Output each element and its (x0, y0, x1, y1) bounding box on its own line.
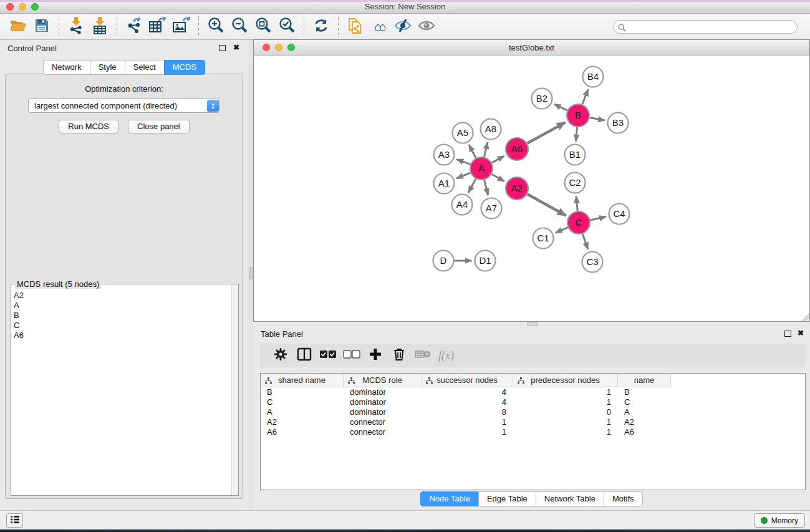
open-session-button[interactable] (6, 16, 30, 37)
tab-edge-table[interactable]: Edge Table (478, 491, 536, 506)
criterion-dropdown[interactable]: largest connected component (directed) ▲… (28, 99, 220, 113)
cell-shared-name[interactable]: B (261, 387, 344, 397)
task-history-button[interactable] (6, 513, 23, 528)
result-item[interactable]: A6 (14, 331, 24, 341)
tab-motifs[interactable]: Motifs (604, 491, 643, 506)
edge-C-C1[interactable] (556, 228, 568, 233)
cell-name[interactable]: A (618, 407, 671, 417)
result-item[interactable]: C (14, 321, 24, 331)
show-details-button[interactable] (415, 16, 438, 37)
tab-mcds[interactable]: MCDS (164, 60, 205, 75)
export-table-button[interactable] (146, 16, 170, 37)
delete-table-button[interactable] (411, 346, 435, 365)
cell-successor-nodes[interactable]: 4 (422, 397, 513, 407)
close-table-panel-icon[interactable]: ✖ (798, 329, 804, 337)
add-column-button[interactable] (364, 346, 387, 365)
result-item[interactable]: A (14, 301, 24, 311)
tab-select[interactable]: Select (125, 60, 165, 75)
column-view-button[interactable] (292, 346, 316, 365)
cell-predecessor-nodes[interactable]: 1 (513, 397, 618, 407)
edge-A-A6[interactable] (492, 156, 504, 163)
table-row[interactable]: A2connector11A2 (261, 417, 805, 427)
clone-network-button[interactable] (344, 16, 367, 37)
edge-A-A3[interactable] (456, 159, 470, 164)
table-row[interactable]: Cdominator41C (261, 397, 805, 407)
cell-predecessor-nodes[interactable]: 1 (513, 387, 618, 397)
result-scrollbar[interactable] (231, 284, 238, 495)
network-window-titlebar[interactable]: testGlobe.txt (254, 40, 809, 56)
cell-successor-nodes[interactable]: 4 (422, 387, 513, 397)
float-panel-icon[interactable] (219, 45, 226, 51)
horizontal-divider-grip[interactable] (527, 322, 538, 326)
cell-predecessor-nodes[interactable]: 1 (513, 417, 618, 427)
column-header-successor-nodes[interactable]: successor nodes (422, 374, 513, 387)
table-row[interactable]: Adominator80A (261, 407, 805, 417)
function-builder-button[interactable]: f(x) (438, 349, 454, 362)
save-session-button[interactable] (30, 16, 54, 37)
memory-button[interactable]: Memory (754, 513, 805, 528)
table-row[interactable]: A6connector11A6 (261, 427, 805, 437)
edge-A-A8[interactable] (484, 142, 488, 157)
table-row[interactable]: Bdominator41B (261, 387, 805, 397)
tab-network-table[interactable]: Network Table (536, 491, 604, 506)
edge-A-A1[interactable] (456, 173, 470, 178)
result-item[interactable]: B (14, 311, 24, 321)
cell-shared-name[interactable]: A (261, 407, 344, 417)
edge-A-A2[interactable] (492, 174, 504, 181)
hide-details-button[interactable] (391, 16, 415, 37)
column-header-shared-name[interactable]: shared name (261, 374, 344, 387)
cell-shared-name[interactable]: C (261, 397, 344, 407)
cell-name[interactable]: A2 (618, 417, 671, 427)
tab-style[interactable]: Style (90, 60, 125, 75)
cell-predecessor-nodes[interactable]: 0 (513, 407, 618, 417)
cell-successor-nodes[interactable]: 8 (422, 407, 513, 417)
edge-C-C2[interactable] (576, 196, 577, 211)
cell-MCDS-role[interactable]: dominator (344, 397, 422, 407)
zoom-fit-button[interactable] (251, 16, 275, 37)
table-settings-button[interactable] (269, 346, 292, 365)
tab-node-table[interactable]: Node Table (420, 491, 479, 506)
float-table-panel-icon[interactable] (784, 331, 791, 337)
cell-MCDS-role[interactable]: connector (344, 427, 422, 437)
edge-A-A5[interactable] (469, 145, 476, 158)
close-panel-button[interactable]: Close panel (128, 120, 190, 133)
zoom-in-button[interactable] (204, 16, 228, 37)
window-titlebar[interactable]: Session: New Session (0, 0, 810, 14)
tab-network[interactable]: Network (43, 60, 90, 75)
window-resize-grip[interactable] (801, 313, 809, 321)
result-item[interactable]: A2 (14, 291, 24, 301)
cell-shared-name[interactable]: A2 (261, 417, 344, 427)
panel-divider[interactable] (248, 40, 253, 510)
cell-MCDS-role[interactable]: dominator (344, 387, 422, 397)
import-table-button[interactable] (88, 16, 112, 37)
edge-A-A7[interactable] (485, 180, 488, 195)
import-network-button[interactable] (64, 16, 88, 37)
refresh-layout-button[interactable] (309, 16, 333, 37)
cell-name[interactable]: A6 (618, 427, 671, 437)
edge-A6-B[interactable] (528, 122, 566, 143)
node-table[interactable]: shared nameMCDS rolesuccessor nodesprede… (260, 373, 806, 490)
cell-shared-name[interactable]: A6 (261, 427, 344, 437)
edge-C-C4[interactable] (591, 217, 606, 220)
cell-MCDS-role[interactable]: dominator (344, 407, 422, 417)
edge-C-C3[interactable] (582, 234, 588, 249)
first-neighbors-button[interactable]: ⌂⌂ (367, 16, 391, 37)
close-panel-icon[interactable]: ✖ (233, 43, 239, 52)
edge-B-B2[interactable] (554, 104, 567, 110)
zoom-out-button[interactable] (228, 16, 251, 37)
zoom-selected-button[interactable] (275, 16, 299, 37)
export-network-button[interactable] (122, 16, 146, 37)
divider-grip[interactable] (249, 267, 253, 279)
search-input[interactable] (613, 20, 798, 34)
column-header-predecessor-nodes[interactable]: predecessor nodes (513, 374, 618, 387)
select-all-button[interactable] (316, 346, 340, 365)
cell-name[interactable]: C (618, 397, 671, 407)
edge-A-A4[interactable] (468, 179, 476, 193)
deselect-all-button[interactable] (340, 346, 364, 365)
run-mcds-button[interactable]: Run MCDS (59, 120, 118, 133)
column-header-name[interactable]: name (618, 374, 671, 387)
cell-name[interactable]: B (618, 387, 671, 397)
column-header-MCDS-role[interactable]: MCDS role (344, 374, 422, 387)
cell-predecessor-nodes[interactable]: 1 (513, 427, 618, 437)
export-image-button[interactable] (170, 16, 193, 37)
